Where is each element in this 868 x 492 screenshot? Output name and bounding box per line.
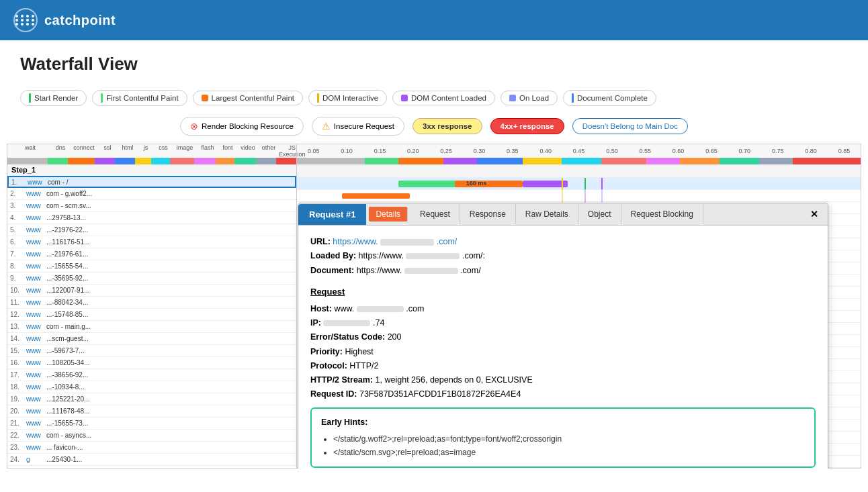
legend-label: On Load	[519, 94, 549, 102]
timing-0.35: 0.35	[496, 148, 529, 154]
host-label: Host:	[310, 304, 332, 313]
document-value: https://www.	[357, 266, 402, 275]
cat-wait: wait	[10, 144, 50, 158]
protocol-value: HTTP/2	[349, 361, 378, 371]
error-value: 200	[388, 332, 402, 342]
table-row[interactable]: 20. www ...111678-48...	[7, 405, 296, 417]
table-row[interactable]: 24. g ...25430-1...	[7, 454, 296, 466]
tab-details[interactable]: Details	[369, 207, 408, 222]
detail-body: URL: https://www. .com/ Loaded By: https…	[298, 226, 828, 469]
table-row[interactable]: 13. www com - main.g...	[7, 321, 296, 333]
table-row[interactable]: 1. www com - /	[7, 176, 296, 188]
table-row[interactable]: 17. www ...-38656-92...	[7, 369, 296, 381]
timing-0.30: 0.30	[463, 148, 496, 154]
table-row[interactable]: 23. www ... favicon-...	[7, 442, 296, 454]
timing-0.50: 0.50	[595, 148, 628, 154]
legend-label: First Contentful Paint	[106, 94, 178, 102]
table-row[interactable]: 7. www ...-21976-61...	[7, 248, 296, 260]
table-row[interactable]: 5. www ...-21976-22...	[7, 224, 296, 236]
legend-dom-content-loaded: DOM Content Loaded	[392, 91, 495, 105]
url-link-part1[interactable]: https://www.	[333, 237, 378, 246]
table-row[interactable]: 18. www ...-10934-8...	[7, 381, 296, 393]
table-row[interactable]: 4. www ...29758-13...	[7, 212, 296, 224]
start-render-icon	[29, 93, 31, 103]
host-value: www.	[334, 304, 354, 313]
early-hints-list: </static/g.woff2>;rel=preload;as=font;ty…	[321, 432, 805, 460]
host-suffix: .com	[406, 304, 424, 313]
timing-0.20: 0.20	[396, 148, 429, 154]
badge-label: 3xx response	[423, 122, 472, 130]
table-row[interactable]: 10. www ...122007-91...	[7, 285, 296, 297]
ip-redacted	[323, 320, 370, 326]
legend-label: Document Complete	[577, 94, 648, 102]
tab-response[interactable]: Response	[460, 204, 516, 224]
early-hints-box: Early Hints: </static/g.woff2>;rel=prelo…	[310, 407, 816, 468]
request-section-title: Request	[310, 285, 816, 299]
loaded-by-value: https://www.	[359, 251, 404, 260]
early-hint-2: </static/scm.svg>;rel=preload;as=image	[333, 446, 805, 459]
timing-0.70: 0.70	[728, 148, 761, 154]
detail-panel: Request #1 Details Request Response Raw …	[298, 203, 828, 469]
table-row[interactable]: 3. www com - scm.sv...	[7, 200, 296, 212]
timing-0.15: 0.15	[363, 148, 396, 154]
table-row[interactable]: 11. www ...-88042-34...	[7, 297, 296, 309]
legend-row: Start Render First Contentful Paint Larg…	[0, 85, 868, 111]
loaded-by-redacted	[406, 253, 460, 259]
insecure-icon: ⚠	[322, 121, 331, 132]
row-list: 1. www com - / 2. www com - g.woff2... 3…	[7, 176, 296, 466]
doc-suffix: .com/	[460, 266, 481, 275]
cat-flash: flash	[197, 144, 218, 158]
tab-request[interactable]: Request	[410, 204, 460, 224]
cat-video: video	[237, 144, 259, 158]
table-row[interactable]: 21. www ...-15655-73...	[7, 417, 296, 430]
lcp-icon	[202, 95, 208, 101]
badge-3xx: 3xx response	[413, 118, 482, 134]
request-id-label: Request ID:	[310, 389, 357, 399]
early-hint-1: </static/g.woff2>;rel=preload;as=font;ty…	[333, 432, 805, 446]
timing-0.25: 0.25	[429, 148, 462, 154]
loaded-by-label: Loaded By:	[310, 251, 356, 260]
table-row[interactable]: 16. www ...108205-34...	[7, 357, 296, 369]
timing-0.60: 0.60	[662, 148, 695, 154]
dcl-icon	[401, 95, 408, 101]
tab-raw-details[interactable]: Raw Details	[516, 204, 578, 224]
legend-dom-interactive: DOM Interactive	[308, 90, 387, 106]
table-row[interactable]: 9. www ...-35695-92...	[7, 273, 296, 285]
timing-0.10: 0.10	[330, 148, 363, 154]
host-redacted	[357, 306, 404, 312]
badge-label: Insecure Request	[334, 122, 394, 130]
table-row[interactable]: 12. www ...-15748-85...	[7, 309, 296, 321]
badge-row: ⊗ Render Blocking Resource ⚠ Insecure Re…	[0, 111, 868, 144]
priority-label: Priority:	[310, 347, 343, 356]
logo-text: catchpoint	[44, 13, 116, 28]
table-row[interactable]: 6. www ...116176-51...	[7, 236, 296, 248]
legend-lcp: Largest Contentful Paint	[193, 91, 303, 105]
legend-label: DOM Interactive	[322, 94, 378, 102]
legend-first-contentful: First Contentful Paint	[92, 90, 187, 106]
close-button[interactable]: ✕	[801, 203, 828, 225]
table-row[interactable]: 2. www com - g.woff2...	[7, 188, 296, 200]
render-blocking-icon: ⊗	[190, 121, 198, 132]
url-link-part2[interactable]: .com/	[437, 237, 458, 246]
loaded-by-suffix: .com/:	[462, 251, 485, 260]
dom-interactive-icon	[317, 93, 319, 103]
priority-value: Highest	[345, 347, 373, 356]
detail-header: Request #1 Details Request Response Raw …	[298, 203, 828, 226]
table-row[interactable]: 15. www ...-59673-7...	[7, 345, 296, 357]
error-label: Error/Status Code:	[310, 332, 385, 342]
table-row[interactable]: 19. www ...125221-20...	[7, 393, 296, 405]
tab-request-blocking[interactable]: Request Blocking	[621, 204, 703, 224]
http2-label: HTTP/2 Stream:	[310, 375, 373, 385]
http2-value: 1, weight 256, depends on 0, EXCLUSIVE	[376, 375, 533, 385]
table-row[interactable]: 14. www ...scm-guest...	[7, 333, 296, 345]
timing-bar-label: 160 ms	[466, 180, 487, 187]
doc-redacted	[404, 268, 458, 274]
table-row[interactable]: 22. www com - asyncs...	[7, 430, 296, 442]
document-label: Document:	[310, 266, 354, 275]
table-row[interactable]: 8. www ...-15655-54...	[7, 260, 296, 273]
legend-on-load: On Load	[501, 91, 558, 105]
legend-start-render: Start Render	[20, 90, 87, 106]
detail-title: Request #1	[298, 204, 366, 225]
cat-image: image	[173, 144, 197, 158]
tab-object[interactable]: Object	[578, 204, 621, 224]
